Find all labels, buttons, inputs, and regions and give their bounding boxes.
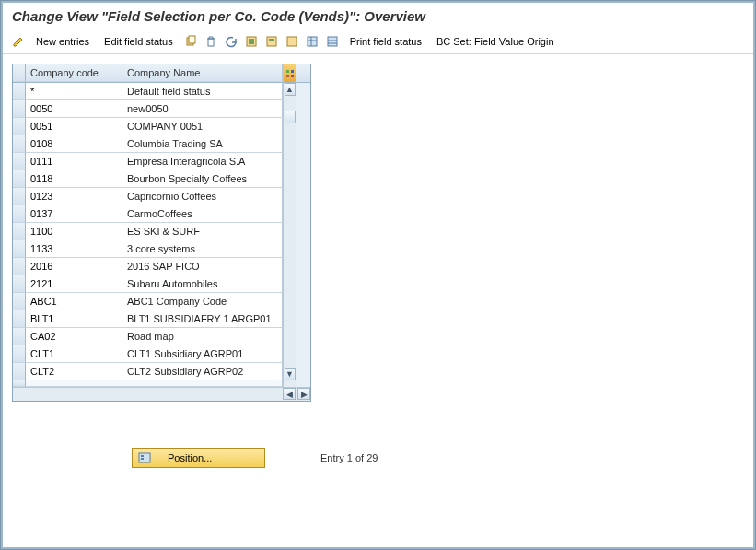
table-row[interactable]: 20162016 SAP FICO <box>13 258 283 275</box>
table-row[interactable]: 2121Subaru Automobiles <box>13 275 283 293</box>
table-row[interactable]: 0123Capricornio Coffees <box>13 188 283 205</box>
cell-company-name[interactable]: Columbia Trading SA <box>122 135 283 153</box>
cell-company-code[interactable]: CLT1 <box>26 345 122 363</box>
cell-company-name[interactable]: new0050 <box>122 100 283 118</box>
row-selector[interactable] <box>13 135 26 153</box>
select-all-icon[interactable] <box>243 33 260 50</box>
row-selector[interactable] <box>13 293 26 310</box>
cell-company-code[interactable]: 0050 <box>26 100 122 118</box>
cell-company-code[interactable]: ABC1 <box>26 293 122 310</box>
cell-company-code[interactable]: 1100 <box>26 223 122 240</box>
cell-company-code[interactable]: 0108 <box>26 135 122 153</box>
row-selector[interactable] <box>13 205 26 223</box>
row-selector[interactable] <box>13 170 26 188</box>
table-row[interactable]: 0137CarmoCoffees <box>13 205 283 223</box>
row-selector[interactable] <box>13 83 26 100</box>
cell-company-name[interactable]: CLT1 Subsidiary AGRP01 <box>122 345 283 363</box>
scroll-thumb[interactable] <box>285 111 296 123</box>
scroll-down-icon[interactable]: ▼ <box>285 368 296 380</box>
table-row[interactable]: 1100ES SKI & SURF <box>13 223 283 240</box>
col-header-code[interactable]: Company code <box>26 64 122 82</box>
cell-empty <box>122 380 283 387</box>
table-config2-icon[interactable] <box>324 33 341 50</box>
table-settings-icon[interactable] <box>283 64 296 82</box>
position-button[interactable]: Position... <box>132 448 265 468</box>
row-selector[interactable] <box>13 100 26 118</box>
cell-company-code[interactable]: 2121 <box>26 275 122 293</box>
cell-company-code[interactable]: 1133 <box>26 240 122 258</box>
svg-rect-8 <box>308 37 317 46</box>
row-selector[interactable] <box>13 240 26 258</box>
cell-company-name[interactable]: Default field status <box>122 83 283 100</box>
cell-company-code[interactable]: 0111 <box>26 153 122 170</box>
cell-company-name[interactable]: 3 core systems <box>122 240 283 258</box>
vertical-scrollbar[interactable]: ▲ ▼ <box>283 83 296 380</box>
cell-company-name[interactable]: CarmoCoffees <box>122 205 283 223</box>
cell-company-code[interactable]: 0137 <box>26 205 122 223</box>
row-selector[interactable] <box>13 310 26 328</box>
row-selector[interactable] <box>13 223 26 240</box>
cell-company-name[interactable]: COMPANY 0051 <box>122 118 283 135</box>
delete-icon[interactable] <box>203 33 219 50</box>
cell-company-code[interactable]: * <box>26 83 122 100</box>
cell-company-code[interactable]: BLT1 <box>26 310 122 328</box>
row-selector[interactable] <box>13 380 26 387</box>
row-selector[interactable] <box>13 345 26 363</box>
cell-company-code[interactable]: 0123 <box>26 188 122 205</box>
cell-company-code[interactable]: 0118 <box>26 170 122 188</box>
table-row[interactable]: ABC1ABC1 Company Code <box>13 293 283 310</box>
cell-company-code[interactable]: CLT2 <box>26 363 122 380</box>
table-row[interactable]: 0050new0050 <box>13 100 283 118</box>
row-selector[interactable] <box>13 258 26 275</box>
undo-icon[interactable] <box>223 33 239 50</box>
row-selector[interactable] <box>13 118 26 135</box>
row-selector[interactable] <box>13 328 26 345</box>
cell-company-code[interactable]: CA02 <box>26 328 122 345</box>
cell-company-name[interactable]: ABC1 Company Code <box>122 293 283 310</box>
row-selector[interactable] <box>13 188 26 205</box>
table-row[interactable]: 0111Empresa Interagricola S.A <box>13 153 283 170</box>
position-button-label: Position... <box>168 452 212 463</box>
col-header-name[interactable]: Company Name <box>122 64 283 82</box>
deselect-all-icon[interactable] <box>284 33 300 50</box>
bc-set-button[interactable]: BC Set: Field Value Origin <box>436 36 554 47</box>
select-all-rows[interactable] <box>13 64 26 82</box>
table-row[interactable]: CA02Road map <box>13 328 283 345</box>
table-config-icon[interactable] <box>304 33 320 50</box>
position-icon <box>138 451 151 464</box>
cell-company-code[interactable]: 0051 <box>26 118 122 135</box>
table-row[interactable]: 0108Columbia Trading SA <box>13 135 283 153</box>
select-block-icon[interactable] <box>263 33 280 50</box>
edit-field-status-button[interactable]: Edit field status <box>104 36 173 47</box>
cell-company-name[interactable]: ES SKI & SURF <box>122 223 283 240</box>
cell-company-name[interactable]: Bourbon Specialty Coffees <box>122 170 283 188</box>
row-selector[interactable] <box>13 153 26 170</box>
new-entries-button[interactable]: New entries <box>36 36 89 47</box>
svg-rect-18 <box>291 75 294 77</box>
table-row[interactable]: *Default field status <box>13 83 283 100</box>
table-row[interactable]: 0118Bourbon Specialty Coffees <box>13 170 283 188</box>
cell-company-name[interactable]: Capricornio Coffees <box>122 188 283 205</box>
cell-company-name[interactable]: Subaru Automobiles <box>122 275 283 293</box>
table-row[interactable]: BLT1BLT1 SUBSIDIAFRY 1 ARGP01 <box>13 310 283 328</box>
pencil-icon[interactable] <box>10 33 27 50</box>
scroll-left-icon[interactable]: ◀ <box>283 388 296 400</box>
scroll-up-icon[interactable]: ▲ <box>285 83 296 96</box>
table-row[interactable]: CLT2CLT2 Subsidiary AGRP02 <box>13 363 283 380</box>
print-field-status-button[interactable]: Print field status <box>350 36 422 47</box>
copy-icon[interactable] <box>182 33 199 50</box>
scroll-right-icon[interactable]: ▶ <box>297 388 310 400</box>
cell-company-name[interactable]: BLT1 SUBSIDIAFRY 1 ARGP01 <box>122 310 283 328</box>
page-title: Change View "Field Selection per Co. Cod… <box>3 3 753 29</box>
row-selector[interactable] <box>13 275 26 293</box>
cell-company-name[interactable]: 2016 SAP FICO <box>122 258 283 275</box>
table-row[interactable]: CLT1CLT1 Subsidiary AGRP01 <box>13 345 283 363</box>
cell-company-name[interactable]: CLT2 Subsidiary AGRP02 <box>122 363 283 380</box>
cell-company-code[interactable]: 2016 <box>26 258 122 275</box>
table-row[interactable]: 0051COMPANY 0051 <box>13 118 283 135</box>
cell-company-name[interactable]: Road map <box>122 328 283 345</box>
cell-company-name[interactable]: Empresa Interagricola S.A <box>122 153 283 170</box>
table-row[interactable]: 11333 core systems <box>13 240 283 258</box>
horizontal-scrollbar[interactable]: ◀ ▶ <box>13 387 310 401</box>
row-selector[interactable] <box>13 363 26 380</box>
